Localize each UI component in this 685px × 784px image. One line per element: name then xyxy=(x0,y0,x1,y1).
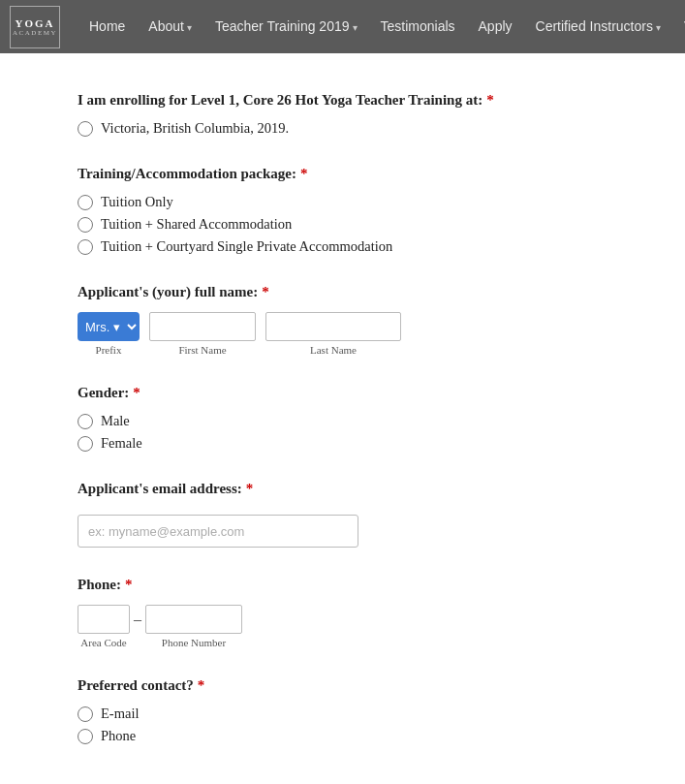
phone-number-label: Phone Number xyxy=(145,637,242,648)
accommodation-option-3[interactable]: Tuition + Courtyard Single Private Accom… xyxy=(78,238,607,255)
email-section: Applicant's email address:* xyxy=(78,481,607,548)
phone-dash: – xyxy=(134,611,141,628)
lastname-wrap: Last Name xyxy=(265,312,401,356)
required-star: * xyxy=(125,577,133,592)
form-content: I am enrolling for Level 1, Core 26 Hot … xyxy=(0,53,685,784)
enrollment-radio-1[interactable] xyxy=(78,121,93,137)
navbar: YOGA ACADEMY Home About▾ Teacher Trainin… xyxy=(0,0,685,53)
gender-radio-male[interactable] xyxy=(78,414,93,429)
email-input[interactable] xyxy=(78,515,358,548)
accommodation-radio-3[interactable] xyxy=(78,239,93,255)
logo-text-top: YOGA xyxy=(16,17,55,29)
firstname-wrap: First Name xyxy=(149,312,256,356)
area-code-label: Area Code xyxy=(78,637,130,648)
chevron-down-icon: ▾ xyxy=(353,22,358,33)
accommodation-option-1[interactable]: Tuition Only xyxy=(78,194,607,210)
phone-number-wrap: Phone Number xyxy=(145,605,242,648)
preferred-contact-radio-group: E-mail Phone xyxy=(78,706,607,744)
enrollment-option-1[interactable]: Victoria, British Columbia, 2019. xyxy=(78,120,607,137)
firstname-label: First Name xyxy=(149,344,256,356)
required-star: * xyxy=(246,481,254,496)
area-code-input[interactable] xyxy=(78,605,130,634)
required-star: * xyxy=(262,284,269,299)
chevron-down-icon: ▾ xyxy=(187,22,192,33)
preferred-email-option[interactable]: E-mail xyxy=(78,706,607,722)
prefix-label: Prefix xyxy=(78,344,140,356)
fullname-section: Applicant's (your) full name:* Mrs. ▾ Mr… xyxy=(78,284,607,356)
prefix-select[interactable]: Mrs. ▾ Mr. Ms. Dr. xyxy=(78,312,140,341)
nav-item-home[interactable]: Home xyxy=(78,18,137,35)
accommodation-radio-2[interactable] xyxy=(78,217,93,233)
preferred-email-radio[interactable] xyxy=(78,706,93,722)
area-code-wrap: Area Code xyxy=(78,605,130,648)
gender-radio-group: Male Female xyxy=(78,413,607,452)
accommodation-radio-1[interactable] xyxy=(78,195,93,210)
accommodation-section: Training/Accommodation package:* Tuition… xyxy=(78,166,607,255)
enrollment-radio-group: Victoria, British Columbia, 2019. xyxy=(78,120,607,137)
gender-option-male[interactable]: Male xyxy=(78,413,607,429)
required-star: * xyxy=(133,385,140,400)
logo-text-bottom: ACADEMY xyxy=(13,29,57,37)
email-label: Applicant's email address:* xyxy=(78,481,607,497)
gender-option-female[interactable]: Female xyxy=(78,435,607,452)
preferred-contact-label: Preferred contact?* xyxy=(78,677,607,694)
accommodation-radio-group: Tuition Only Tuition + Shared Accommodat… xyxy=(78,194,607,255)
lastname-label: Last Name xyxy=(265,344,401,356)
name-row: Mrs. ▾ Mr. Ms. Dr. Prefix First Name Las… xyxy=(78,312,607,356)
required-star: * xyxy=(486,92,494,108)
chevron-down-icon: ▾ xyxy=(656,22,661,33)
gender-section: Gender:* Male Female xyxy=(78,385,607,452)
nav-item-visiting[interactable]: Visiting Te… xyxy=(672,18,685,35)
nav-item-teacher-training[interactable]: Teacher Training 2019▾ xyxy=(203,18,369,35)
nav-item-certified[interactable]: Certified Instructors▾ xyxy=(524,18,672,35)
gender-label: Gender:* xyxy=(78,385,607,401)
required-star: * xyxy=(300,166,308,181)
firstname-input[interactable] xyxy=(149,312,256,341)
enrollment-label: I am enrolling for Level 1, Core 26 Hot … xyxy=(78,92,607,109)
phone-row: Area Code – Phone Number xyxy=(78,605,607,648)
accommodation-option-2[interactable]: Tuition + Shared Accommodation xyxy=(78,216,607,233)
nav-item-about[interactable]: About▾ xyxy=(137,18,203,35)
logo[interactable]: YOGA ACADEMY xyxy=(10,6,60,48)
required-star: * xyxy=(198,677,205,693)
phone-section: Phone:* Area Code – Phone Number xyxy=(78,577,607,648)
prefix-wrap: Mrs. ▾ Mr. Ms. Dr. Prefix xyxy=(78,312,140,356)
enrollment-section: I am enrolling for Level 1, Core 26 Hot … xyxy=(78,92,607,137)
phone-label: Phone:* xyxy=(78,577,607,593)
nav-item-apply[interactable]: Apply xyxy=(467,18,524,35)
phone-number-input[interactable] xyxy=(145,605,242,634)
fullname-label: Applicant's (your) full name:* xyxy=(78,284,607,300)
lastname-input[interactable] xyxy=(265,312,401,341)
nav-menu: Home About▾ Teacher Training 2019▾ Testi… xyxy=(78,18,685,35)
gender-radio-female[interactable] xyxy=(78,436,93,452)
nav-item-testimonials[interactable]: Testimonials xyxy=(369,18,467,35)
preferred-phone-option[interactable]: Phone xyxy=(78,728,607,744)
preferred-phone-radio[interactable] xyxy=(78,729,93,744)
preferred-contact-section: Preferred contact?* E-mail Phone xyxy=(78,677,607,744)
accommodation-label: Training/Accommodation package:* xyxy=(78,166,607,182)
